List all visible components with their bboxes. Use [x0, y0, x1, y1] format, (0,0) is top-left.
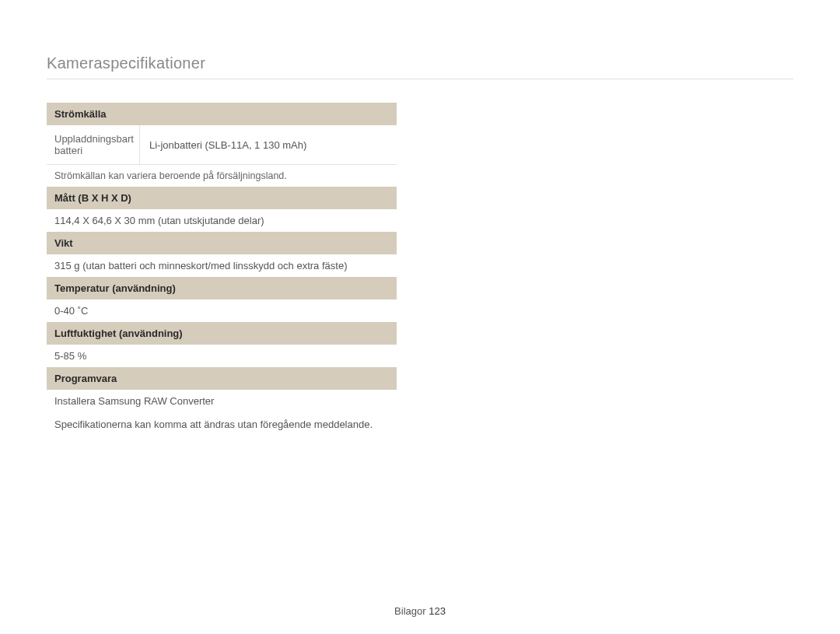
- spec-value-battery: Li-jonbatteri (SLB-11A, 1 130 mAh): [140, 125, 397, 164]
- spec-value-dimensions: 114,4 X 64,6 X 30 mm (utan utskjutande d…: [47, 209, 397, 232]
- spec-header-weight: Vikt: [47, 232, 397, 254]
- page-footer: Bilagor 123: [0, 605, 840, 617]
- spec-value-software: Installera Samsung RAW Converter: [47, 390, 397, 412]
- spec-row-power: Uppladdningsbart batteri Li-jonbatteri (…: [47, 125, 397, 165]
- spec-value-weight: 315 g (utan batteri och minneskort/med l…: [47, 254, 397, 277]
- footer-section: Bilagor: [394, 605, 425, 617]
- spec-label-battery: Uppladdningsbart batteri: [47, 125, 140, 164]
- spec-header-humidity: Luftfuktighet (användning): [47, 322, 397, 345]
- final-note: Specifikationerna kan komma att ändras u…: [47, 412, 451, 436]
- page-title: Kameraspecifikationer: [47, 54, 793, 79]
- spec-value-humidity: 5-85 %: [47, 345, 397, 367]
- footer-page-number: 123: [429, 605, 446, 617]
- spec-value-temperature: 0-40 ˚C: [47, 299, 397, 322]
- page-content: Kameraspecifikationer Strömkälla Uppladd…: [0, 0, 840, 436]
- spec-table: Strömkälla Uppladdningsbart batteri Li-j…: [47, 103, 397, 412]
- spec-header-power: Strömkälla: [47, 103, 397, 125]
- spec-note-power: Strömkällan kan variera beroende på förs…: [47, 165, 397, 187]
- spec-header-dimensions: Mått (B X H X D): [47, 187, 397, 209]
- spec-header-temperature: Temperatur (användning): [47, 277, 397, 299]
- spec-header-software: Programvara: [47, 367, 397, 390]
